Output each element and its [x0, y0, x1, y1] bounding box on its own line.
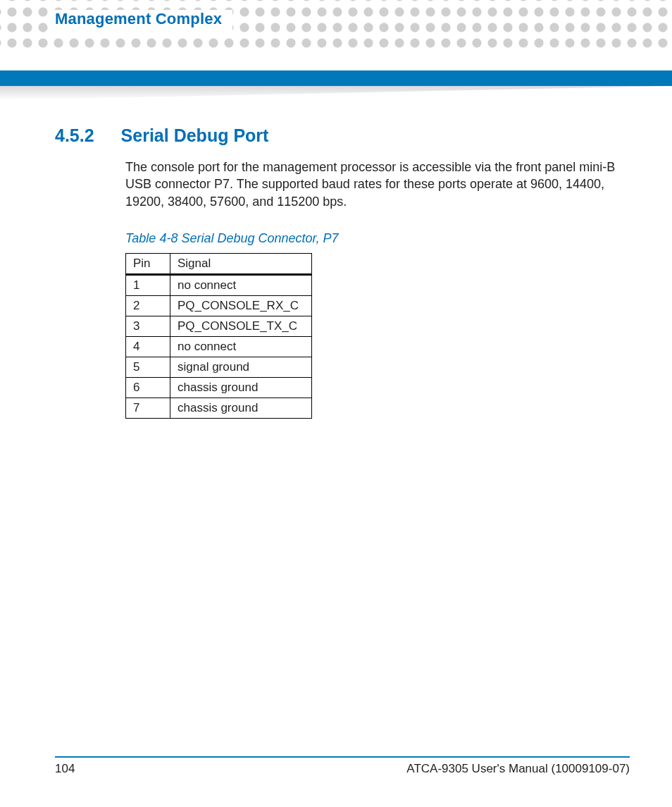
table-cell-signal: no connect — [170, 274, 312, 295]
table-header-row: Pin Signal — [126, 253, 312, 274]
section-number: 4.5.2 — [55, 125, 94, 146]
table-header-pin: Pin — [126, 253, 170, 274]
footer-rule — [55, 756, 630, 758]
table-cell-signal: chassis ground — [170, 398, 312, 418]
table-row: 2 PQ_CONSOLE_RX_C — [126, 295, 312, 316]
table-cell-pin: 6 — [126, 377, 170, 398]
table-row: 5 signal ground — [126, 357, 312, 377]
section-title: Serial Debug Port — [121, 125, 269, 146]
page-number: 104 — [55, 762, 75, 776]
table-row: 6 chassis ground — [126, 377, 312, 398]
table-cell-pin: 2 — [126, 295, 170, 316]
header-blue-bar — [0, 70, 672, 86]
table-cell-signal: no connect — [170, 336, 312, 357]
svg-marker-0 — [0, 86, 672, 100]
table-cell-pin: 5 — [126, 357, 170, 377]
table-cell-pin: 4 — [126, 336, 170, 357]
header-wedge — [0, 86, 672, 100]
table-cell-pin: 1 — [126, 274, 170, 295]
table-cell-signal: PQ_CONSOLE_RX_C — [170, 295, 312, 316]
serial-debug-table: Pin Signal 1 no connect 2 PQ_CONSOLE_RX_… — [125, 253, 312, 419]
doc-title: ATCA-9305 User's Manual (10009109-07) — [406, 762, 630, 776]
table-row: 4 no connect — [126, 336, 312, 357]
table-row: 1 no connect — [126, 274, 312, 295]
table-header-signal: Signal — [170, 253, 312, 274]
page-content: 4.5.2 Serial Debug Port The console port… — [55, 125, 630, 419]
table-row: 7 chassis ground — [126, 398, 312, 418]
table-cell-signal: PQ_CONSOLE_TX_C — [170, 316, 312, 336]
table-cell-signal: chassis ground — [170, 377, 312, 398]
table-cell-signal: signal ground — [170, 357, 312, 377]
page-footer: 104 ATCA-9305 User's Manual (10009109-07… — [55, 756, 630, 776]
table-cell-pin: 3 — [126, 316, 170, 336]
table-cell-pin: 7 — [126, 398, 170, 418]
table-caption: Table 4-8 Serial Debug Connector, P7 — [125, 231, 630, 246]
table-row: 3 PQ_CONSOLE_TX_C — [126, 316, 312, 336]
section-heading: 4.5.2 Serial Debug Port — [55, 125, 630, 146]
chapter-title: Management Complex — [55, 10, 222, 28]
section-body: The console port for the management proc… — [125, 159, 630, 210]
